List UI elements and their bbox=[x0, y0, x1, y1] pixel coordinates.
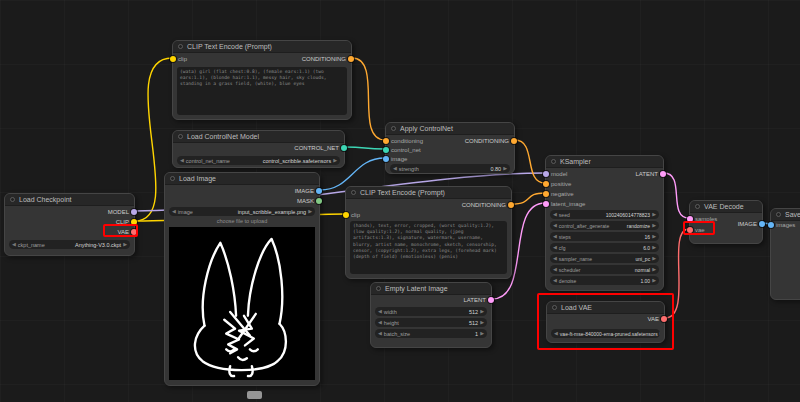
prev-value-arrow-icon[interactable] bbox=[553, 267, 557, 272]
next-value-arrow-icon[interactable] bbox=[652, 278, 656, 283]
input-slot-clip[interactable]: clip bbox=[170, 54, 187, 64]
collapse-dot-icon[interactable] bbox=[351, 190, 356, 195]
next-value-arrow-icon[interactable] bbox=[333, 158, 337, 163]
prev-value-arrow-icon[interactable] bbox=[553, 278, 557, 283]
next-value-arrow-icon[interactable] bbox=[480, 309, 484, 314]
input-slot-samples[interactable]: samples bbox=[687, 214, 717, 224]
prev-value-arrow-icon[interactable] bbox=[553, 223, 557, 228]
output-slot-clip[interactable]: CLIP bbox=[116, 217, 137, 227]
collapse-dot-icon[interactable] bbox=[776, 212, 781, 217]
conditioning-port-icon[interactable] bbox=[348, 56, 354, 62]
input-slot-images[interactable]: images bbox=[768, 220, 795, 230]
widget-control-net-name[interactable]: control_net_name control_scribble.safete… bbox=[177, 156, 340, 165]
next-value-arrow-icon[interactable] bbox=[652, 212, 656, 217]
widget-ckpt-name[interactable]: ckpt_name Anything-V3.0.ckpt bbox=[9, 240, 130, 249]
wire-positive-conditioning[interactable] bbox=[352, 58, 385, 140]
image-port-icon[interactable] bbox=[768, 222, 774, 228]
conditioning-port-icon[interactable] bbox=[383, 138, 389, 144]
node-title-bar[interactable]: Load ControlNet Model bbox=[173, 131, 344, 143]
widget-height[interactable]: height 512 bbox=[375, 318, 487, 327]
next-value-arrow-icon[interactable] bbox=[123, 242, 127, 247]
control-net-port-icon[interactable] bbox=[341, 145, 347, 151]
wire-controlnet[interactable] bbox=[345, 147, 385, 149]
output-slot-image[interactable]: IMAGE bbox=[295, 186, 322, 196]
prev-value-arrow-icon[interactable] bbox=[553, 212, 557, 217]
prev-value-arrow-icon[interactable] bbox=[553, 234, 557, 239]
clip-port-icon[interactable] bbox=[343, 212, 349, 218]
input-slot-vae[interactable]: vae bbox=[687, 225, 705, 235]
widget-steps[interactable]: steps 16 bbox=[550, 232, 659, 241]
node-load-controlnet-model[interactable]: Load ControlNet Model CONTROL_NET contro… bbox=[172, 130, 345, 168]
wire-vae-to-decode[interactable] bbox=[665, 229, 689, 318]
latent-port-icon[interactable] bbox=[488, 297, 494, 303]
widget-seed[interactable]: seed 1002406014778823 bbox=[550, 210, 659, 219]
prev-value-arrow-icon[interactable] bbox=[180, 158, 184, 163]
clip-port-icon[interactable] bbox=[170, 56, 176, 62]
prompt-text-input[interactable]: (wata) girl (flat chest:0.8), (female ea… bbox=[177, 67, 347, 115]
prev-value-arrow-icon[interactable] bbox=[378, 309, 382, 314]
conditioning-port-icon[interactable] bbox=[543, 191, 549, 197]
node-title-bar[interactable]: Load VAE bbox=[547, 302, 664, 314]
node-vae-decode[interactable]: VAE Decode samples vae IMAGE bbox=[689, 200, 763, 244]
input-slot-latent-image[interactable]: latent_image bbox=[543, 199, 585, 209]
next-value-arrow-icon[interactable] bbox=[480, 320, 484, 325]
widget-strength[interactable]: strength 0.80 bbox=[390, 164, 510, 173]
output-slot-conditioning[interactable]: CONDITIONING bbox=[462, 200, 514, 210]
node-ksampler[interactable]: KSampler model positive negative latent_… bbox=[545, 155, 664, 291]
node-save-image[interactable]: Save Image images bbox=[770, 208, 800, 300]
collapse-dot-icon[interactable] bbox=[178, 134, 183, 139]
vae-port-icon[interactable] bbox=[687, 227, 693, 233]
widget-control-after-generate[interactable]: control_after_generate randomize bbox=[550, 221, 659, 230]
output-slot-model[interactable]: MODEL bbox=[108, 207, 137, 217]
next-value-arrow-icon[interactable] bbox=[652, 223, 656, 228]
node-title-bar[interactable]: Load Image bbox=[165, 173, 319, 185]
collapse-dot-icon[interactable] bbox=[695, 204, 700, 209]
model-port-icon[interactable] bbox=[543, 171, 549, 177]
widget-width[interactable]: width 512 bbox=[375, 307, 487, 316]
latent-port-icon[interactable] bbox=[543, 201, 549, 207]
node-graph-canvas[interactable]: Load Checkpoint MODEL CLIP VAE ckpt_name… bbox=[0, 0, 800, 402]
next-value-arrow-icon[interactable] bbox=[652, 234, 656, 239]
image-port-icon[interactable] bbox=[316, 188, 322, 194]
prev-value-arrow-icon[interactable] bbox=[554, 331, 558, 336]
node-apply-controlnet[interactable]: Apply ControlNet conditioning control_ne… bbox=[385, 122, 515, 174]
node-title-bar[interactable]: VAE Decode bbox=[690, 201, 762, 213]
node-title-bar[interactable]: Empty Latent Image bbox=[371, 283, 491, 295]
node-clip-text-encode-negative[interactable]: CLIP Text Encode (Prompt) CONDITIONING c… bbox=[345, 186, 512, 279]
node-load-checkpoint[interactable]: Load Checkpoint MODEL CLIP VAE ckpt_name… bbox=[4, 193, 135, 256]
latent-port-icon[interactable] bbox=[687, 216, 693, 222]
input-slot-clip[interactable]: clip bbox=[343, 210, 360, 220]
node-title-bar[interactable]: KSampler bbox=[546, 156, 663, 168]
output-slot-conditioning[interactable]: CONDITIONING bbox=[465, 136, 517, 146]
wire-ksampler-to-vae-decode[interactable] bbox=[664, 173, 689, 218]
input-slot-image[interactable]: image bbox=[383, 154, 407, 164]
mask-port-icon[interactable] bbox=[316, 198, 322, 204]
collapse-dot-icon[interactable] bbox=[551, 159, 556, 164]
upload-button[interactable]: choose file to upload bbox=[169, 218, 315, 224]
next-value-arrow-icon[interactable] bbox=[480, 331, 484, 336]
collapse-dot-icon[interactable] bbox=[376, 286, 381, 291]
node-load-image[interactable]: Load Image IMAGE MASK image input_scribb… bbox=[164, 172, 320, 386]
input-slot-positive[interactable]: positive bbox=[543, 179, 571, 189]
output-slot-latent[interactable]: LATENT bbox=[463, 295, 494, 305]
next-value-arrow-icon[interactable] bbox=[308, 209, 312, 214]
image-port-icon[interactable] bbox=[383, 156, 389, 162]
widget-sampler-name[interactable]: sampler_name uni_pc bbox=[550, 254, 659, 263]
prev-value-arrow-icon[interactable] bbox=[553, 256, 557, 261]
widget-vae-name[interactable]: vae-ft-mse-840000-ema-pruned.safetensors bbox=[551, 329, 660, 338]
widget-scheduler[interactable]: scheduler normal bbox=[550, 265, 659, 274]
wire-applied-conditioning[interactable] bbox=[515, 140, 545, 183]
collapse-dot-icon[interactable] bbox=[391, 126, 396, 131]
prev-value-arrow-icon[interactable] bbox=[378, 320, 382, 325]
prev-value-arrow-icon[interactable] bbox=[12, 242, 16, 247]
prev-value-arrow-icon[interactable] bbox=[172, 209, 176, 214]
widget-batch-size[interactable]: batch_size 1 bbox=[375, 329, 487, 338]
node-empty-latent-image[interactable]: Empty Latent Image LATENT width 512 heig… bbox=[370, 282, 492, 348]
collapse-dot-icon[interactable] bbox=[170, 176, 175, 181]
output-slot-image[interactable]: IMAGE bbox=[738, 219, 765, 229]
conditioning-port-icon[interactable] bbox=[511, 138, 517, 144]
next-value-arrow-icon[interactable] bbox=[503, 166, 507, 171]
output-slot-vae[interactable]: VAE bbox=[647, 314, 667, 324]
model-port-icon[interactable] bbox=[131, 209, 137, 215]
next-value-arrow-icon[interactable] bbox=[652, 245, 656, 250]
